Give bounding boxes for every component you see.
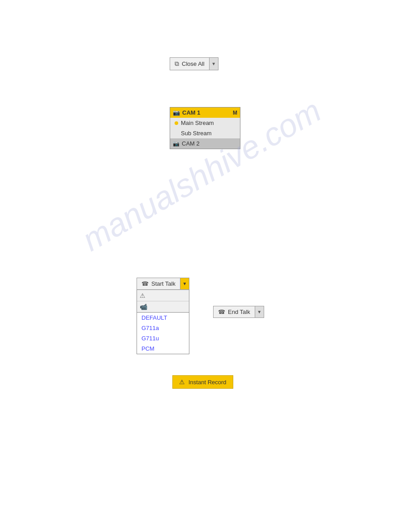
end-talk-main[interactable]: ☎ End Talk [214, 306, 255, 317]
cam-dropdown: 📷 CAM 1 M Main Stream Sub Stream 📷 CAM 2 [170, 107, 240, 149]
talk-option-g711u[interactable]: G711u [137, 333, 189, 343]
talk-video-row: 📹 [137, 301, 189, 312]
sub-stream-label: Sub Stream [181, 130, 212, 137]
end-talk-arrow[interactable]: ▼ [255, 306, 264, 317]
main-stream-dot [175, 121, 178, 125]
start-talk-arrow[interactable]: ▼ [180, 278, 189, 289]
instant-record-button[interactable]: ⚠ Instant Record [172, 375, 233, 389]
start-talk-label: Start Talk [151, 280, 176, 287]
cam1-suffix: M [233, 110, 237, 116]
instant-record-label: Instant Record [188, 379, 227, 386]
close-all-label: Close All [182, 60, 205, 67]
talk-options-dropdown: DEFAULT G711a G711u PCM [137, 313, 189, 354]
cam1-header[interactable]: 📷 CAM 1 M [170, 107, 240, 118]
start-talk-container: ☎ Start Talk ▼ ⚠ 📹 DEFAULT G711a G711u P… [137, 278, 189, 354]
close-all-arrow[interactable]: ▼ [209, 58, 218, 70]
start-talk-main[interactable]: ☎ Start Talk [137, 278, 180, 289]
end-talk-button[interactable]: ☎ End Talk ▼ [213, 306, 264, 318]
start-talk-button[interactable]: ☎ Start Talk ▼ [137, 278, 189, 290]
sub-stream-item[interactable]: Sub Stream [170, 128, 240, 138]
instant-record-icon: ⚠ [179, 378, 185, 386]
cam1-label: CAM 1 [182, 109, 231, 116]
cam2-row[interactable]: 📷 CAM 2 [170, 138, 240, 149]
cam2-icon: 📷 [173, 141, 180, 147]
main-stream-item[interactable]: Main Stream [170, 118, 240, 128]
close-all-icon: ⧉ [175, 60, 179, 68]
talk-option-g711a[interactable]: G711a [137, 323, 189, 333]
start-talk-icon: ☎ [141, 280, 149, 287]
end-talk-label: End Talk [228, 309, 250, 315]
video-icon: 📹 [140, 303, 147, 310]
talk-option-default[interactable]: DEFAULT [137, 313, 189, 323]
talk-option-pcm[interactable]: PCM [137, 343, 189, 354]
close-all-button[interactable]: ⧉ Close All ▼ [170, 57, 218, 70]
sub-stream-dot [175, 132, 178, 135]
close-all-main[interactable]: ⧉ Close All [170, 58, 209, 70]
talk-warning-row: ⚠ [137, 290, 189, 301]
cam2-label: CAM 2 [182, 140, 200, 147]
warning-icon: ⚠ [140, 292, 146, 299]
end-talk-icon: ☎ [218, 309, 225, 315]
main-stream-label: Main Stream [181, 120, 214, 126]
cam1-icon: 📷 [173, 109, 180, 116]
